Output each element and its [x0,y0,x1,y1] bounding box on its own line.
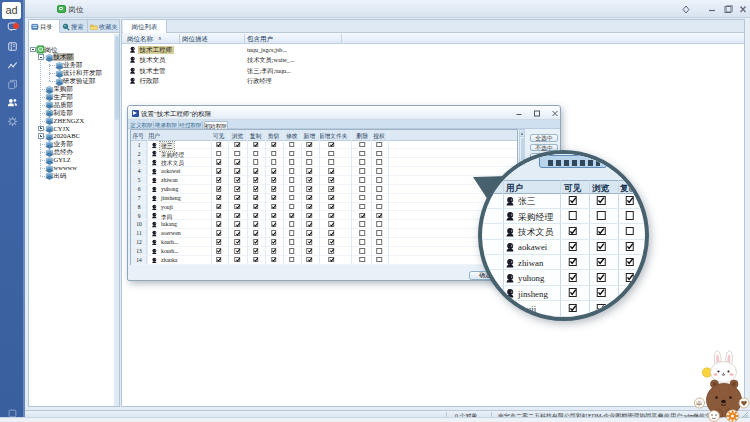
permission-row[interactable]: 4aokawei [131,167,517,176]
permission-checkbox[interactable] [216,204,222,210]
permission-checkbox[interactable] [271,221,277,227]
mascot-badge-face[interactable] [709,411,720,422]
book-icon[interactable] [7,41,18,52]
permission-checkbox[interactable] [376,151,382,157]
permission-checkbox[interactable] [289,221,295,227]
permission-checkbox[interactable] [216,213,222,219]
dialog-close-button[interactable] [551,110,559,117]
permission-checkbox[interactable] [306,221,312,227]
permission-checkbox[interactable] [360,230,366,236]
position-row[interactable]: 技术文员技术文员;waite_... [122,55,744,66]
permission-checkbox[interactable] [376,168,382,174]
permission-checkbox[interactable] [289,257,295,263]
permission-row[interactable]: 8youji [131,203,517,212]
permission-checkbox[interactable] [271,142,277,148]
permission-checkbox[interactable] [306,257,312,263]
permission-checkbox[interactable] [235,142,241,148]
permission-checkbox[interactable] [235,213,241,219]
tree-item[interactable]: 设计和开发部 [29,69,114,77]
permission-checkbox[interactable] [271,230,277,236]
permission-checkbox[interactable] [271,159,277,165]
permission-checkbox[interactable] [376,213,382,219]
explorer-tab-favorites[interactable]: 收藏夹 [88,20,120,33]
permission-checkbox[interactable] [253,248,259,254]
minimize-button[interactable] [707,5,717,14]
permission-checkbox[interactable] [216,221,222,227]
permission-row[interactable]: 10lukang [131,220,517,229]
permission-checkbox[interactable] [360,177,366,183]
permission-checkbox[interactable] [329,204,335,210]
position-row[interactable]: 技术工程师tuqu_jsgcs;jsb... [122,44,744,55]
dialog-tab-4[interactable]: 初始权限 [204,121,228,130]
permission-checkbox[interactable] [376,204,382,210]
permission-checkbox[interactable] [360,186,366,192]
dialog-tab-1[interactable]: 定义权限 [130,121,154,129]
permission-row[interactable]: 5zhiwan [131,176,517,185]
permission-checkbox[interactable] [306,204,312,210]
permission-checkbox[interactable] [253,195,259,201]
tree-item[interactable]: 业务部 [29,140,114,148]
permission-checkbox[interactable] [376,248,382,254]
permission-checkbox[interactable] [306,195,312,201]
position-row[interactable]: 行政部行政经理 [122,76,744,87]
permission-checkbox[interactable] [329,186,335,192]
users-icon[interactable] [7,97,18,108]
tree-item[interactable]: 岗位 [29,46,114,54]
permission-checkbox[interactable] [235,177,241,183]
permission-checkbox[interactable] [253,159,259,165]
tree-item[interactable]: 生产部 [29,93,114,101]
permission-checkbox[interactable] [360,239,366,245]
permission-checkbox[interactable] [253,151,259,157]
permission-checkbox[interactable] [253,186,259,192]
permission-row[interactable]: 14zhanka [131,256,517,265]
permission-checkbox[interactable] [360,221,366,227]
permission-checkbox[interactable] [216,186,222,192]
permission-checkbox[interactable] [253,257,259,263]
dialog-tab-2[interactable]: 继承权限 [155,121,179,129]
permission-checkbox[interactable] [360,159,366,165]
permission-checkbox[interactable] [253,213,259,219]
permission-checkbox[interactable] [289,239,295,245]
permission-checkbox[interactable] [306,168,312,174]
permission-row[interactable]: 7jinsheng [131,194,517,203]
position-row[interactable]: 技术主管张三;李四;tuqu... [122,65,744,76]
permission-checkbox[interactable] [271,257,277,263]
permission-checkbox[interactable] [376,177,382,183]
permission-checkbox[interactable] [360,257,366,263]
permission-checkbox[interactable] [216,151,222,157]
permission-checkbox[interactable] [235,248,241,254]
expand-icon[interactable] [38,133,44,139]
permission-checkbox[interactable] [235,221,241,227]
permission-checkbox[interactable] [253,221,259,227]
tree-item[interactable]: 品质部 [29,101,114,109]
permission-checkbox[interactable] [376,186,382,192]
permission-checkbox[interactable] [360,142,366,148]
explorer-tab-catalog[interactable]: 目录 [29,20,60,33]
permission-checkbox[interactable] [289,142,295,148]
permission-checkbox[interactable] [376,195,382,201]
permission-row[interactable]: 1张三 [131,141,517,150]
permission-checkbox[interactable] [376,230,382,236]
tree-item[interactable]: 技术部 [29,53,114,61]
permission-row[interactable]: 2采购经理 [131,149,517,158]
permission-checkbox[interactable] [329,168,335,174]
permission-checkbox[interactable] [329,177,335,183]
permission-checkbox[interactable] [216,248,222,254]
permission-checkbox[interactable] [235,195,241,201]
pages-icon[interactable] [7,79,18,90]
permission-checkbox[interactable] [271,195,277,201]
collapse-icon[interactable] [38,54,44,60]
dialog-title-bar[interactable]: 设置"技术工程师"的权限 [128,106,560,120]
permission-checkbox[interactable] [271,186,277,192]
permission-checkbox[interactable] [289,230,295,236]
chart-icon[interactable] [7,60,18,71]
permission-checkbox[interactable] [306,151,312,157]
permission-checkbox[interactable] [289,248,295,254]
permission-checkbox[interactable] [329,239,335,245]
dialog-maximize-button[interactable] [533,110,541,117]
permission-checkbox[interactable] [271,248,277,254]
close-button[interactable] [738,5,748,14]
permission-row[interactable]: 9李四 [131,211,517,220]
tab-position-list[interactable]: 岗位列表 [123,20,167,33]
permission-checkbox[interactable] [306,239,312,245]
